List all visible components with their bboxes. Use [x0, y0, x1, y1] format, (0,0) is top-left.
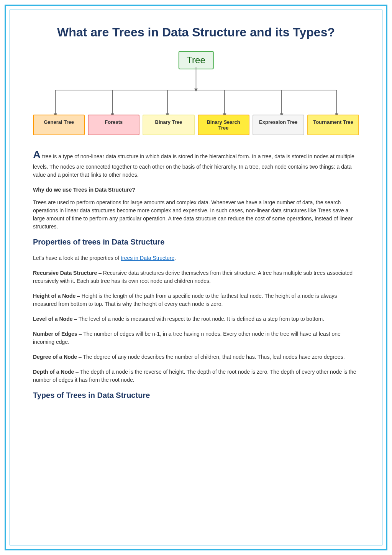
why-heading: Why do we use Trees in Data Structure?	[33, 187, 359, 193]
properties-heading: Properties of trees in Data Structure	[33, 238, 359, 246]
page-inner-border: What are Trees in Data Structure and its…	[10, 10, 382, 545]
intro-paragraph: A tree is a type of non-linear data stru…	[33, 147, 359, 179]
tree-connector-lines	[33, 67, 359, 121]
properties-intro-suffix: .	[174, 255, 176, 261]
property-depth: Depth of a Node – The depth of a node is…	[33, 368, 359, 384]
binary-tree-box: Binary Tree	[143, 115, 194, 135]
binary-search-tree-box: Binary Search Tree	[198, 115, 249, 135]
property-text: – The level of a node is measured with r…	[72, 316, 324, 322]
forests-box: Forests	[88, 115, 139, 135]
property-label: Recursive Data Structure	[33, 270, 97, 276]
properties-intro-prefix: Let's have a look at the properties of	[33, 255, 121, 261]
property-level: Level of a Node – The level of a node is…	[33, 315, 359, 323]
tree-children-row: General Tree Forests Binary Tree Binary …	[33, 115, 359, 135]
property-recursive: Recursive Data Structure – Recursive dat…	[33, 269, 359, 285]
general-tree-box: General Tree	[33, 115, 85, 135]
property-text: – The number of edges will be n-1, in a …	[33, 331, 341, 345]
property-edges: Number of Edges – The number of edges wi…	[33, 330, 359, 346]
types-heading: Types of Trees in Data Structure	[33, 391, 359, 400]
page-title: What are Trees in Data Structure and its…	[33, 25, 359, 39]
property-label: Height of a Node	[33, 293, 75, 299]
tree-diagram: Tree General Tree Forests Bi	[33, 51, 359, 135]
drop-cap: A	[33, 149, 41, 161]
property-text: – Height is the length of the path from …	[33, 293, 337, 307]
intro-text: tree is a type of non-linear data struct…	[33, 153, 354, 178]
trees-data-structure-link[interactable]: trees in Data Structure	[121, 255, 174, 261]
property-degree: Degree of a Node – The degree of any nod…	[33, 353, 359, 361]
property-height: Height of a Node – Height is the length …	[33, 292, 359, 308]
tournament-tree-box: Tournament Tree	[307, 115, 359, 135]
page-outer-border: What are Trees in Data Structure and its…	[5, 5, 387, 550]
property-label: Depth of a Node	[33, 369, 74, 375]
properties-intro: Let's have a look at the properties of t…	[33, 254, 359, 262]
property-label: Number of Edges	[33, 331, 77, 337]
why-text: Trees are used to perform operations for…	[33, 199, 359, 231]
property-label: Degree of a Node	[33, 354, 77, 360]
tree-root-box: Tree	[178, 51, 213, 69]
expression-tree-box: Expression Tree	[253, 115, 304, 135]
property-label: Level of a Node	[33, 316, 72, 322]
property-text: – The depth of a node is the reverse of …	[33, 369, 356, 383]
property-text: – The degree of any node describes the n…	[77, 354, 344, 360]
